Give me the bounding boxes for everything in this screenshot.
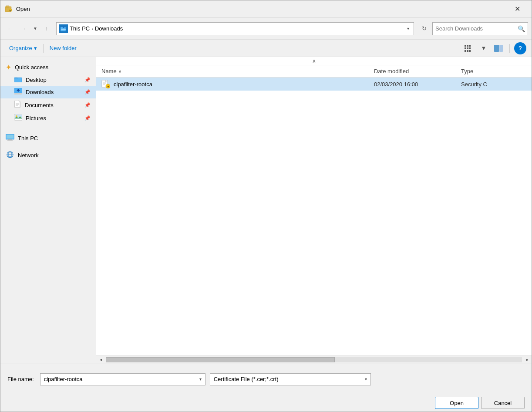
search-bar: 🔍 (432, 22, 528, 35)
address-dropdown-arrow[interactable]: ▾ (405, 26, 411, 31)
file-type: Security C (461, 81, 526, 88)
download-icon (14, 88, 22, 96)
sidebar-item-downloads[interactable]: Downloads 📌 (0, 86, 96, 98)
documents-icon (14, 101, 21, 110)
file-type-dropdown-arrow[interactable]: ▾ (365, 377, 367, 382)
downloads-label: Downloads (26, 89, 54, 95)
scrollbar-track[interactable] (106, 357, 522, 362)
action-row: Open Cancel (0, 394, 532, 412)
search-icon[interactable]: 🔍 (518, 25, 525, 32)
organize-arrow: ▾ (34, 45, 37, 51)
svg-rect-17 (494, 45, 499, 52)
address-separator: › (91, 26, 93, 31)
sidebar-item-desktop[interactable]: Desktop 📌 (0, 74, 96, 86)
organize-label: Organize (9, 45, 32, 51)
downloads-pin-icon: 📌 (84, 89, 91, 95)
content-area: ✦ Quick access Desktop 📌 (0, 57, 532, 364)
forward-button[interactable]: → (18, 23, 30, 35)
file-name-dropdown-arrow[interactable]: ▾ (199, 377, 202, 382)
svg-rect-18 (499, 45, 503, 52)
svg-rect-12 (467, 47, 468, 49)
search-input[interactable] (435, 25, 518, 32)
file-row[interactable]: ★ cipafilter-rootca 02/03/2020 16:00 Sec… (96, 78, 532, 91)
file-list-header: Name ∧ Date modified Type (96, 65, 532, 78)
pictures-icon (14, 114, 22, 122)
col-name-label: Name (101, 68, 117, 74)
svg-rect-11 (465, 47, 466, 49)
address-bar-icon (59, 24, 68, 33)
svg-rect-9 (467, 45, 468, 47)
title-bar: ★ Open ✕ (0, 0, 532, 18)
col-header-name[interactable]: Name ∧ (101, 68, 374, 74)
scrollbar-thumb[interactable] (106, 357, 335, 362)
file-type-select[interactable]: Certificate File (*.cer;*.crt) ▾ (210, 373, 371, 385)
up-button[interactable]: ↑ (40, 23, 53, 35)
cancel-button[interactable]: Cancel (481, 397, 525, 409)
sidebar-item-network[interactable]: Network (0, 149, 96, 162)
quick-access-label: Quick access (15, 64, 48, 71)
this-pc-icon (6, 134, 14, 142)
address-bar[interactable]: This PC › Downloads ▾ (56, 22, 414, 35)
svg-rect-15 (467, 50, 468, 52)
svg-rect-24 (14, 93, 22, 95)
col-header-type[interactable]: Type (461, 68, 526, 74)
col-header-date[interactable]: Date modified (374, 68, 461, 74)
file-name-label: File name: (7, 376, 34, 382)
certificate-icon: ★ (101, 80, 110, 88)
col-sort-arrow: ∧ (118, 69, 121, 74)
svg-rect-7 (61, 29, 66, 30)
collapse-chevron[interactable]: ∧ (96, 57, 532, 65)
svg-rect-1 (6, 6, 9, 7)
sidebar-item-documents[interactable]: Documents 📌 (0, 98, 96, 112)
file-name-input[interactable]: cipafilter-rootca ▾ (40, 373, 205, 385)
help-button[interactable]: ? (514, 42, 526, 54)
folder-icon (14, 76, 22, 84)
sidebar: ✦ Quick access Desktop 📌 (0, 57, 96, 364)
desktop-pin-icon: 📌 (84, 77, 91, 83)
back-button[interactable]: ← (4, 23, 16, 35)
new-folder-button[interactable]: New folder (46, 42, 80, 54)
file-type-value: Certificate File (*.cer;*.crt) (214, 376, 279, 382)
file-date: 02/03/2020 16:00 (374, 81, 461, 88)
svg-rect-8 (465, 45, 466, 47)
scroll-left-button[interactable]: ◂ (96, 355, 105, 364)
open-button[interactable]: Open (435, 397, 478, 409)
view-options-button[interactable] (462, 42, 475, 54)
svg-rect-6 (63, 26, 64, 28)
nav-history-dropdown[interactable]: ▼ (32, 23, 39, 35)
network-icon (6, 151, 14, 159)
desktop-label: Desktop (26, 77, 47, 83)
toolbar-separator (43, 44, 44, 53)
organize-button[interactable]: Organize ▾ (6, 42, 40, 54)
dialog-icon: ★ (5, 5, 13, 13)
svg-rect-35 (7, 140, 13, 141)
file-list-body: ★ cipafilter-rootca 02/03/2020 16:00 Sec… (96, 78, 532, 355)
view-dropdown-button[interactable]: ▼ (477, 42, 490, 54)
dialog-title: Open (16, 6, 507, 12)
documents-pin-icon: 📌 (84, 102, 91, 108)
preview-pane-button[interactable] (492, 42, 505, 54)
toolbar-separator2 (509, 44, 510, 53)
scroll-right-button[interactable]: ▸ (523, 355, 532, 364)
network-label: Network (18, 152, 39, 159)
this-pc-label: This PC (18, 135, 38, 142)
file-area: ∧ Name ∧ Date modified Type (96, 57, 532, 364)
open-dialog: ★ Open ✕ ← → ▼ ↑ This PC › Downloads ▾ (0, 0, 532, 412)
sidebar-item-pictures[interactable]: Pictures 📌 (0, 112, 96, 125)
scrollbar-area: ◂ ▸ (96, 355, 532, 364)
quick-access-arrow-icon: ✦ (6, 63, 11, 71)
close-button[interactable]: ✕ (507, 2, 527, 16)
svg-rect-33 (7, 135, 13, 138)
svg-rect-20 (14, 78, 17, 79)
quick-access-header[interactable]: ✦ Quick access (0, 61, 96, 74)
address-location2: Downloads (95, 25, 123, 32)
file-name: cipafilter-rootca (114, 81, 374, 88)
pictures-pin-icon: 📌 (84, 115, 91, 121)
refresh-button[interactable]: ↻ (418, 22, 431, 35)
documents-label: Documents (25, 102, 54, 108)
svg-rect-14 (465, 50, 466, 52)
sidebar-item-this-pc[interactable]: This PC (0, 132, 96, 145)
svg-rect-16 (469, 50, 471, 52)
address-location1: This PC (70, 25, 90, 32)
bottom-bar: File name: cipafilter-rootca ▾ Certifica… (0, 364, 532, 394)
